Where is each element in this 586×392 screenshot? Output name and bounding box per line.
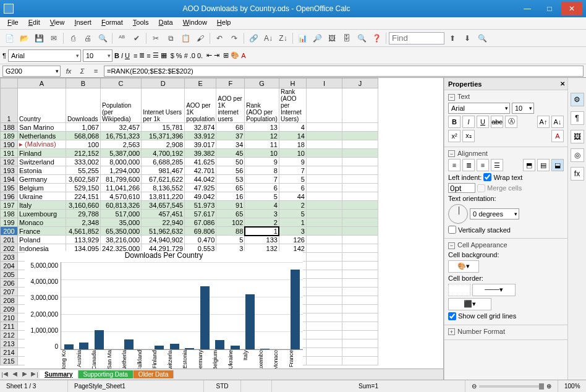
copy-icon[interactable]: ⧉: [164, 32, 177, 45]
chart-bar[interactable]: [170, 344, 179, 349]
grid-cell[interactable]: 1,067: [66, 123, 101, 132]
sheet-tab[interactable]: Supporting Data: [79, 370, 134, 378]
panel-underline-button[interactable]: U: [477, 116, 489, 128]
row-header[interactable]: 200: [1, 227, 18, 236]
grid-cell[interactable]: [306, 322, 342, 331]
grid-cell[interactable]: 8: [245, 166, 279, 175]
panel-align-center-icon[interactable]: ≣: [462, 159, 475, 171]
function-wizard-icon[interactable]: fx: [63, 66, 74, 77]
row-header[interactable]: 209: [1, 305, 18, 313]
menu-view[interactable]: View: [45, 17, 70, 29]
sum-indicator[interactable]: Sum=1: [272, 380, 465, 392]
grid-cell[interactable]: Luxembourg: [18, 210, 66, 218]
panel-align-left-icon[interactable]: ≡: [448, 159, 461, 171]
grid-cell[interactable]: 35,000: [101, 218, 142, 227]
grid-cell[interactable]: 133: [245, 236, 279, 244]
grid-cell[interactable]: [306, 88, 342, 123]
grid-cell[interactable]: 57.617: [185, 210, 216, 218]
zoom-percent[interactable]: 100%: [558, 380, 586, 392]
grid-cell[interactable]: [306, 348, 342, 357]
grid-cell[interactable]: 4: [279, 123, 306, 132]
grid-cell[interactable]: [306, 313, 342, 322]
grid-cell[interactable]: 67,621,622: [142, 175, 185, 184]
tab-next-icon[interactable]: ⯈: [20, 372, 30, 378]
grid-cell[interactable]: Germany: [18, 175, 66, 184]
grid-cell[interactable]: 4,700,192: [142, 149, 185, 158]
undo-icon[interactable]: ↶: [213, 32, 226, 45]
menu-file[interactable]: File: [2, 17, 23, 29]
grid-cell[interactable]: Monaco: [18, 218, 66, 227]
grid-cell[interactable]: [342, 132, 378, 140]
grid-cell[interactable]: 65: [216, 210, 245, 218]
increase-indent-icon[interactable]: ⇥: [214, 51, 219, 59]
underline-button[interactable]: U: [125, 52, 130, 59]
grid-cell[interactable]: Estonia: [18, 166, 66, 175]
row-header[interactable]: 194: [1, 175, 18, 184]
grid-cell[interactable]: Internet Users per 1k: [142, 88, 185, 123]
border-color-picker[interactable]: ⬛▾: [448, 298, 491, 310]
grid-cell[interactable]: 981,467: [142, 166, 185, 175]
grid-cell[interactable]: 11,041,266: [101, 184, 142, 192]
grid-cell[interactable]: 34,657,545: [142, 201, 185, 210]
grid-cell[interactable]: Rank (AOO per Population): [245, 88, 279, 123]
grid-cell[interactable]: 5: [216, 236, 245, 244]
grid-cell[interactable]: 517,000: [101, 210, 142, 218]
grid-cell[interactable]: [342, 210, 378, 218]
grid-cell[interactable]: [306, 166, 342, 175]
orientation-dial[interactable]: [448, 204, 468, 224]
grid-cell[interactable]: [306, 184, 342, 192]
chart-bar[interactable]: [185, 348, 194, 349]
formula-input[interactable]: =RANK(E200;$E$2:$E$202): [104, 66, 584, 77]
new-file-icon[interactable]: 📄: [2, 32, 16, 45]
zoom-slider[interactable]: ⊖⊕: [465, 380, 558, 392]
grid-cell[interactable]: [306, 331, 342, 339]
redo-icon[interactable]: ↷: [227, 32, 241, 45]
grid-cell[interactable]: 15,371,396: [142, 132, 185, 140]
grid-cell[interactable]: 2: [279, 201, 306, 210]
grid-cell[interactable]: 8,000,000: [101, 158, 142, 166]
grid-cell[interactable]: 13: [245, 123, 279, 132]
chart-bar[interactable]: [231, 346, 240, 349]
cell-bg-color-picker[interactable]: 🎨▾: [448, 260, 479, 273]
grid-cell[interactable]: [306, 140, 342, 149]
panel-shadow-button[interactable]: Ⓐ: [505, 116, 517, 128]
grid-cell[interactable]: 88: [216, 227, 245, 236]
tab-last-icon[interactable]: ⯈|: [30, 372, 40, 378]
border-line-picker[interactable]: ───▾: [472, 284, 516, 296]
grid-cell[interactable]: [342, 331, 378, 339]
panel-strike-button[interactable]: abc: [491, 116, 503, 128]
grid-cell[interactable]: 55,255: [66, 166, 101, 175]
format-paint-icon[interactable]: 🖌: [193, 32, 207, 45]
row-header[interactable]: 208: [1, 296, 18, 305]
grid-cell[interactable]: [342, 348, 378, 357]
grid-cell[interactable]: 51.973: [185, 201, 216, 210]
row-header[interactable]: 192: [1, 158, 18, 166]
row-header[interactable]: 212: [1, 331, 18, 339]
panel-increase-font-icon[interactable]: A↑: [537, 116, 550, 128]
row-header[interactable]: 191: [1, 149, 18, 158]
panel-valign-bottom-icon[interactable]: ⬓: [551, 159, 564, 171]
panel-close-icon[interactable]: ✕: [560, 80, 565, 87]
grid-cell[interactable]: [306, 270, 342, 279]
grid-cell[interactable]: Population (per Wikipedia): [101, 88, 142, 123]
grid-cell[interactable]: 41.625: [185, 158, 216, 166]
grid-cell[interactable]: Italy: [18, 201, 66, 210]
sort-desc-icon[interactable]: Z↓: [276, 32, 290, 45]
grid-cell[interactable]: [306, 339, 342, 348]
grid-cell[interactable]: [342, 357, 378, 365]
navigator-deck-icon[interactable]: ◎: [571, 148, 584, 162]
chart-bar[interactable]: [200, 286, 210, 349]
find-icon[interactable]: 🔍: [475, 32, 489, 45]
grid-cell[interactable]: [342, 262, 378, 270]
grid-cell[interactable]: 6: [279, 184, 306, 192]
grid-cell[interactable]: 14: [279, 132, 306, 140]
cell-reference-box[interactable]: G200: [2, 66, 61, 77]
grid-cell[interactable]: [342, 244, 378, 253]
grid-cell[interactable]: 529,150: [66, 184, 101, 192]
grid-cell[interactable]: [342, 253, 378, 262]
insert-mode-indicator[interactable]: STD: [204, 380, 241, 392]
chart-bar[interactable]: [260, 349, 270, 349]
grid-cell[interactable]: 212,152: [66, 149, 101, 158]
chart-container[interactable]: Downloads Per Country 5,000,0004,000,000…: [25, 251, 303, 369]
grid-cell[interactable]: [306, 132, 342, 140]
